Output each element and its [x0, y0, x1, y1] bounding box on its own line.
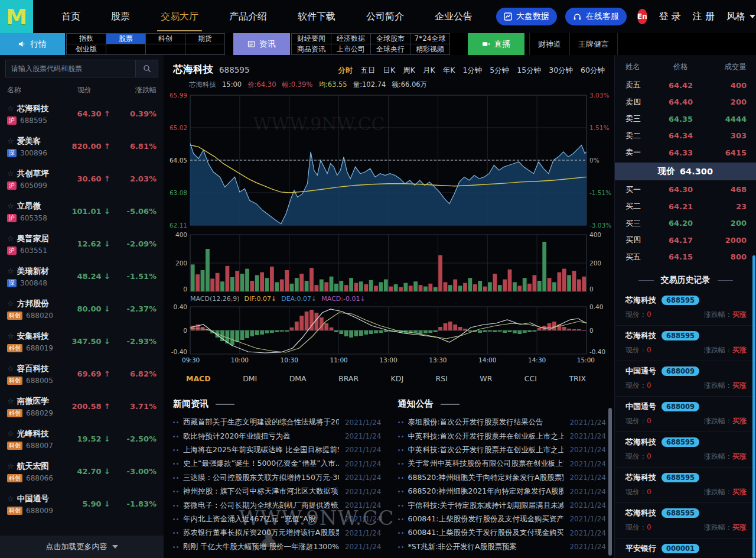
- indicator-tab[interactable]: DMI: [243, 374, 257, 383]
- subnav-cell[interactable]: 全球央行: [371, 44, 410, 54]
- indicator-tab[interactable]: DMA: [289, 374, 307, 383]
- indicator-tab[interactable]: BRAR: [338, 374, 359, 383]
- watchlist-row[interactable]: ☆芯海科技沪68859564.30 ↑0.39%: [0, 98, 164, 130]
- star-icon[interactable]: ☆: [7, 169, 14, 178]
- news-item[interactable]: 600841:上柴股份发行股份及支付现金购买资产并募...2021/1/24: [398, 512, 607, 526]
- topnav-item[interactable]: 交易大厅: [145, 0, 214, 33]
- star-icon[interactable]: ☆: [7, 202, 14, 210]
- star-icon[interactable]: ☆: [7, 267, 14, 275]
- news-item[interactable]: *ST兆新:非公开发行A股股票预案2021/1/24: [398, 540, 607, 554]
- subnav-cell[interactable]: 股票: [106, 34, 146, 44]
- star-icon[interactable]: ☆: [7, 494, 14, 503]
- star-icon[interactable]: ☆: [7, 234, 14, 243]
- info-tab[interactable]: 资讯: [233, 33, 290, 55]
- news-item[interactable]: 赛微电子：公司长期为全球光刻机厂商提供透镜系统...2021/1/24: [173, 498, 382, 512]
- news-item[interactable]: 泰坦股份:首次公开发行股票发行结果公告2021/1/24: [398, 416, 607, 429]
- subnav-cell[interactable]: 全球股市: [371, 34, 410, 44]
- indicator-tab[interactable]: KDJ: [391, 374, 404, 383]
- news-item[interactable]: 688520:神州细胞2021年向特定对象发行A股股票预案2021/1/24: [398, 485, 607, 498]
- right-scrollbar[interactable]: [752, 255, 755, 558]
- news-item[interactable]: 苏农银行董事长拟斥资200万元增持该行A股股票2021/1/24: [173, 526, 382, 540]
- watchlist-row[interactable]: ☆光峰科技科创68800719.52 ↓-2.50%: [0, 423, 164, 455]
- star-icon[interactable]: ☆: [7, 397, 14, 405]
- watchlist-row[interactable]: ☆立昂微沪605358101.01 ↓-5.06%: [0, 195, 164, 228]
- app-logo[interactable]: M: [0, 0, 33, 33]
- timeframe-tab[interactable]: 年K: [443, 66, 455, 76]
- watchlist-row[interactable]: ☆容百科技科创68800569.69 ↑6.82%: [0, 358, 164, 390]
- subnav-cell[interactable]: 商品资讯: [292, 44, 331, 54]
- news-item[interactable]: 688520:神州细胞关于向特定对象发行A股股票预案...2021/1/24: [398, 471, 607, 485]
- timeframe-tab[interactable]: 30分钟: [549, 66, 573, 76]
- news-item[interactable]: 上海将在2025年前实现碳达峰 比全国目标提前5年2021/1/24: [173, 443, 382, 457]
- watchlist-row[interactable]: ☆航天宏图科创68806642.70 ↓-3.00%: [0, 455, 164, 488]
- language-badge[interactable]: En: [637, 9, 647, 24]
- news-item[interactable]: 年内北上资金涌入近467亿元 “充值”A股2021/1/24: [173, 512, 382, 526]
- news-item[interactable]: 中英科技:首次公开发行股票并在创业板上市之上市...2021/1/24: [398, 429, 607, 443]
- watchlist-row[interactable]: ☆奥普家居沪60355112.62 ↓-2.09%: [0, 228, 164, 260]
- star-icon[interactable]: ☆: [7, 429, 14, 438]
- indicator-tab[interactable]: WR: [480, 374, 492, 383]
- news-item[interactable]: 刚刚 千亿大牛股大幅预增 股价一年涨超1300% 可转...2021/1/24: [173, 540, 382, 554]
- watchlist-row[interactable]: ☆南微医学科创688029200.58 ↑3.71%: [0, 390, 164, 423]
- timeframe-tab[interactable]: 1分钟: [462, 66, 482, 76]
- timeframe-tab[interactable]: 日K: [383, 66, 396, 76]
- news-item[interactable]: 欧比特预计2020年业绩扭亏为盈2021/1/24: [173, 429, 382, 443]
- news-item[interactable]: 600841:上柴股份关于发行股份及支付现金购买资产...2021/1/24: [398, 526, 607, 540]
- timeframe-tab[interactable]: 分时: [338, 66, 353, 76]
- news-item[interactable]: 史上“最强爆款”诞生！5000亿资金“借基”入市...2021/1/24: [173, 457, 382, 471]
- indicator-tab[interactable]: TRIX: [569, 374, 586, 383]
- login-button[interactable]: 登 录: [659, 11, 681, 23]
- watchlist-row[interactable]: ☆美瑞新材深30084848.24 ↓-1.51%: [0, 260, 164, 293]
- topnav-item[interactable]: 软件下载: [282, 0, 351, 33]
- subnav-cell[interactable]: 财经要闻: [292, 34, 331, 44]
- timeframe-tab[interactable]: 5分钟: [490, 66, 509, 76]
- subnav-cell[interactable]: 指数: [67, 34, 106, 44]
- news-item[interactable]: 神州控股：旗下公司中标天津市河北区大数据项目2021/1/24: [173, 485, 382, 498]
- search-button[interactable]: [136, 60, 158, 77]
- watchlist-row[interactable]: ☆方邦股份科创68802080.00 ↓-2.37%: [0, 293, 164, 325]
- timeframe-tab[interactable]: 五日: [361, 66, 376, 76]
- news-item[interactable]: 中英科技:首次公开发行股票并在创业板上市之上市...2021/1/24: [398, 443, 607, 457]
- subnav-cell[interactable]: 期货: [185, 34, 224, 44]
- load-more-button[interactable]: 点击加载更多内容: [0, 536, 164, 558]
- watchlist-row[interactable]: ☆安集科技科创688019347.50 ↓-2.93%: [0, 325, 164, 358]
- subnav-cell[interactable]: 经济数据: [331, 34, 371, 44]
- quotes-tab[interactable]: 行情: [0, 33, 65, 55]
- topnav-item[interactable]: 产品介绍: [214, 0, 282, 33]
- indicator-tab[interactable]: CCI: [524, 374, 537, 383]
- subnav-cell[interactable]: 精彩视频: [410, 44, 449, 54]
- topnav-item[interactable]: 公司简介: [351, 0, 419, 33]
- timeframe-tab[interactable]: 月K: [423, 66, 435, 76]
- indicator-tab[interactable]: MACD: [186, 374, 211, 383]
- star-icon[interactable]: ☆: [7, 137, 14, 145]
- live-tab[interactable]: 直播: [468, 33, 524, 55]
- news-item[interactable]: 西藏首部关于生态文明建设的综合性法规将于2021...2021/1/24: [173, 416, 382, 429]
- subnav-tail-tab[interactable]: 王牌健言: [570, 33, 618, 55]
- search-input[interactable]: [5, 60, 136, 77]
- watchlist-row[interactable]: ☆中国通号科创6880095.90 ↓-1.83%: [0, 488, 164, 520]
- star-icon[interactable]: ☆: [7, 104, 14, 113]
- subnav-cell[interactable]: 创业版: [67, 44, 106, 54]
- online-service-button[interactable]: 在线客服: [565, 8, 627, 25]
- timeframe-tab[interactable]: 60分钟: [581, 66, 605, 76]
- register-button[interactable]: 注 册: [693, 11, 715, 23]
- topnav-item[interactable]: 首页: [46, 0, 96, 33]
- topnav-item[interactable]: 企业公告: [419, 0, 488, 33]
- timeframe-tab[interactable]: 15分钟: [517, 66, 541, 76]
- subnav-tail-tab[interactable]: 财神道: [529, 33, 570, 55]
- timeframe-tab[interactable]: 周K: [403, 66, 415, 76]
- subnav-cell[interactable]: 上市公司: [331, 44, 371, 54]
- watchlist-row[interactable]: ☆爱美客深300896820.00 ↑6.81%: [0, 130, 164, 163]
- subnav-cell[interactable]: 7*24全球: [410, 34, 449, 44]
- watchlist-row[interactable]: ☆共创草坪沪60509930.60 ↑2.03%: [0, 163, 164, 195]
- star-icon[interactable]: ☆: [7, 462, 14, 471]
- news-item[interactable]: 宇信科技:关于特定股东减持计划期限届满且未减持...2021/1/24: [398, 498, 607, 512]
- style-menu[interactable]: 风格: [726, 11, 755, 23]
- indicator-tab[interactable]: RSI: [436, 374, 448, 383]
- subnav-cell[interactable]: 科创: [146, 34, 185, 44]
- news-item[interactable]: 关于常州中英科技股份有限公司股票在创业板上市交...2021/1/24: [398, 457, 607, 471]
- news-item[interactable]: 三达膜：公司控股股东关联方拟增持150万元-300万...2021/1/24: [173, 471, 382, 485]
- star-icon[interactable]: ☆: [7, 364, 14, 373]
- star-icon[interactable]: ☆: [7, 299, 14, 308]
- star-icon[interactable]: ☆: [7, 332, 14, 340]
